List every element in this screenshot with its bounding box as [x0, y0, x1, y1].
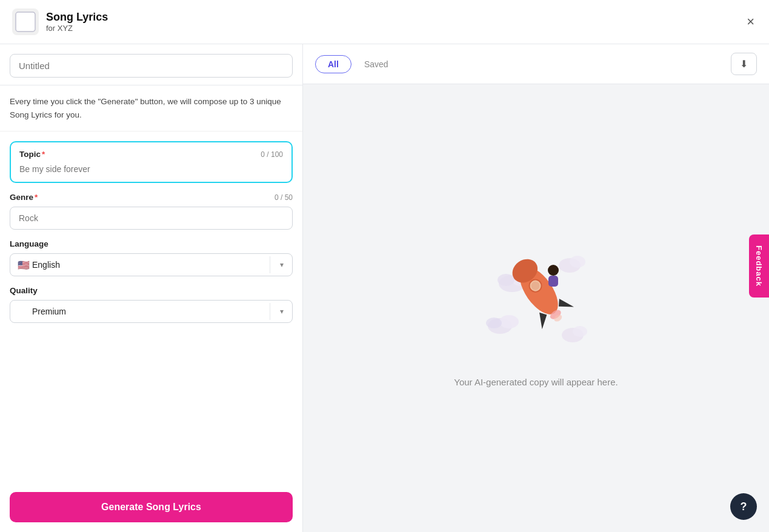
right-header: All Saved ⬇ [303, 44, 769, 84]
tab-saved[interactable]: Saved [351, 55, 401, 73]
feedback-tab[interactable]: Feedback [749, 234, 769, 298]
topic-header: Topic* 0 / 100 [19, 150, 283, 159]
quality-label: Quality [10, 286, 293, 295]
topic-input[interactable] [19, 164, 283, 174]
main-layout: Every time you click the "Generate" butt… [0, 44, 769, 532]
title-field-wrap [0, 44, 302, 85]
quality-select[interactable]: Premium Standard [10, 301, 292, 322]
svg-rect-1 [16, 12, 35, 32]
generate-button[interactable]: Generate Song Lyrics [10, 492, 293, 522]
quality-select-wrap: Premium Standard ▾ [10, 300, 293, 323]
genre-section: Genre* 0 / 50 [0, 193, 302, 239]
svg-rect-22 [548, 276, 558, 287]
header-left: 🎵 Song Lyrics for XYZ [12, 8, 108, 35]
close-button[interactable]: × [744, 12, 757, 32]
form-area: Topic* 0 / 100 Genre* 0 / 50 Language [0, 131, 302, 482]
genre-header: Genre* 0 / 50 [10, 193, 293, 202]
genre-count: 0 / 50 [275, 193, 293, 202]
svg-point-21 [548, 265, 559, 276]
svg-point-7 [570, 256, 585, 268]
right-panel: All Saved ⬇ [303, 44, 769, 532]
svg-point-10 [486, 318, 502, 328]
topic-section: Topic* 0 / 100 [10, 141, 293, 183]
help-button[interactable]: ? [730, 493, 757, 520]
generate-btn-wrap: Generate Song Lyrics [0, 482, 302, 532]
app-subtitle: for XYZ [46, 24, 108, 33]
select-divider-quality [270, 303, 270, 320]
rocket-illustration [476, 229, 597, 362]
language-select-wrap: 🇺🇸 English Spanish French German ▾ [10, 253, 293, 276]
svg-point-5 [498, 274, 514, 286]
language-label: Language [10, 239, 293, 248]
app-header: 🎵 Song Lyrics for XYZ × [0, 0, 769, 44]
svg-point-9 [499, 315, 519, 328]
language-section: Language 🇺🇸 English Spanish French Germa… [0, 239, 302, 286]
app-icon: 🎵 [12, 8, 39, 35]
content-area: Your AI-generated copy will appear here. [303, 84, 769, 532]
language-select[interactable]: English Spanish French German [10, 254, 292, 276]
tabs: All Saved [315, 55, 401, 73]
select-divider [270, 256, 270, 273]
placeholder-text: Your AI-generated copy will appear here. [454, 377, 618, 387]
genre-label: Genre* [10, 193, 38, 202]
left-panel: Every time you click the "Generate" butt… [0, 44, 303, 532]
quality-section: Quality Premium Standard ▾ [0, 286, 302, 333]
genre-input[interactable] [10, 207, 293, 230]
header-text: Song Lyrics for XYZ [46, 11, 108, 33]
topic-label: Topic* [19, 150, 45, 159]
topic-count: 0 / 100 [261, 150, 283, 159]
rocket-svg [476, 229, 597, 362]
download-icon: ⬇ [740, 58, 748, 70]
title-input[interactable] [10, 54, 293, 78]
svg-point-12 [573, 326, 587, 337]
download-button[interactable]: ⬇ [731, 53, 757, 75]
tab-all[interactable]: All [315, 55, 351, 73]
description-text: Every time you click the "Generate" butt… [0, 85, 302, 131]
app-title: Song Lyrics [46, 11, 108, 24]
